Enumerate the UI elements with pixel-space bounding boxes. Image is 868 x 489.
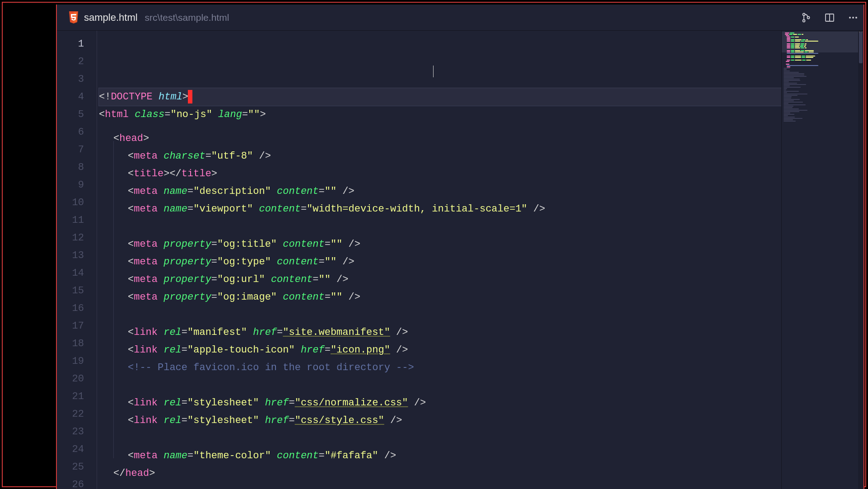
svg-point-2 [807, 16, 810, 19]
code-line[interactable]: <!-- Place favicon.ico in the root direc… [99, 353, 781, 370]
code-line[interactable]: <meta charset="utf-8" /> [99, 141, 781, 159]
minimap-thumb[interactable] [859, 32, 863, 63]
line-number[interactable]: 8 [57, 159, 84, 176]
line-number[interactable]: 17 [57, 317, 84, 335]
code-line[interactable] [99, 476, 781, 489]
line-number[interactable]: 7 [57, 141, 84, 159]
line-number[interactable]: 19 [57, 353, 84, 370]
compare-changes-icon[interactable] [800, 12, 812, 24]
line-number[interactable]: 21 [57, 388, 84, 405]
code-line[interactable] [99, 370, 781, 388]
line-number-gutter[interactable]: 1234567891011121314151617181920212223242… [57, 31, 97, 489]
code-line[interactable]: <meta property="og:title" content="" /> [99, 229, 781, 247]
line-number[interactable]: 6 [57, 123, 84, 141]
split-editor-icon[interactable] [824, 12, 835, 24]
code-line[interactable] [99, 212, 781, 229]
code-line[interactable]: <meta name="viewport" content="width=dev… [99, 194, 781, 212]
minimap-scrollbar[interactable] [858, 31, 863, 489]
code-line[interactable]: <link rel="manifest" href="site.webmanif… [99, 317, 781, 335]
tab-bar: sample.html src\test\sample.html [57, 5, 863, 31]
line-number[interactable]: 12 [57, 229, 84, 247]
tab-filepath: src\test\sample.html [145, 12, 229, 23]
code-line[interactable]: <link rel="stylesheet" href="css/style.c… [99, 405, 781, 423]
code-line[interactable] [99, 423, 781, 441]
code-line[interactable]: <meta name="description" content="" /> [99, 176, 781, 194]
line-number[interactable]: 1 [57, 35, 84, 53]
tab-sample-html[interactable]: sample.html src\test\sample.html [61, 5, 236, 30]
line-number[interactable]: 3 [57, 71, 84, 88]
line-number[interactable]: 14 [57, 264, 84, 282]
code-line[interactable]: <meta property="og:url" content="" /> [99, 264, 781, 282]
line-number[interactable]: 5 [57, 106, 84, 123]
text-caret [433, 66, 434, 77]
line-number[interactable]: 20 [57, 370, 84, 388]
line-number[interactable]: 24 [57, 441, 84, 458]
line-number[interactable]: 11 [57, 212, 84, 229]
html5-file-icon [68, 11, 79, 24]
minimap[interactable] [781, 31, 863, 489]
code-line[interactable]: <link rel="stylesheet" href="css/normali… [99, 388, 781, 405]
code-line[interactable]: <meta property="og:image" content="" /> [99, 282, 781, 300]
minimap-content [784, 33, 857, 122]
code-line[interactable]: <head> [99, 123, 781, 141]
code-line[interactable]: <meta property="og:type" content="" /> [99, 247, 781, 264]
svg-point-1 [803, 19, 805, 22]
code-line[interactable]: <meta name="theme-color" content="#fafaf… [99, 441, 781, 458]
line-number[interactable]: 15 [57, 282, 84, 300]
line-number[interactable]: 16 [57, 300, 84, 317]
line-number[interactable]: 13 [57, 247, 84, 264]
line-number[interactable]: 9 [57, 176, 84, 194]
svg-point-6 [852, 17, 854, 19]
code-content[interactable]: <!DOCTYPE html><html class="no-js" lang=… [97, 31, 781, 489]
line-number[interactable]: 26 [57, 476, 84, 489]
line-number[interactable]: 10 [57, 194, 84, 212]
block-cursor [188, 90, 192, 103]
tab-filename: sample.html [84, 12, 138, 24]
line-number[interactable]: 22 [57, 405, 84, 423]
code-line[interactable]: </head> [99, 458, 781, 476]
svg-point-0 [803, 13, 805, 15]
editor-area[interactable]: 1234567891011121314151617181920212223242… [57, 31, 863, 489]
code-line[interactable] [99, 300, 781, 317]
code-line[interactable]: <title></title> [99, 159, 781, 176]
code-line[interactable]: <link rel="apple-touch-icon" href="icon.… [99, 335, 781, 353]
line-number[interactable]: 2 [57, 53, 84, 71]
svg-point-5 [849, 17, 851, 19]
line-number[interactable]: 18 [57, 335, 84, 353]
code-line[interactable]: <html class="no-js" lang=""> [99, 106, 781, 123]
line-number[interactable]: 4 [57, 88, 84, 106]
more-actions-icon[interactable] [847, 12, 859, 24]
line-number[interactable]: 25 [57, 458, 84, 476]
editor-window: sample.html src\test\sample.html [56, 5, 864, 489]
code-line[interactable]: <!DOCTYPE html> [99, 88, 781, 106]
line-number[interactable]: 23 [57, 423, 84, 441]
svg-point-7 [855, 17, 857, 19]
